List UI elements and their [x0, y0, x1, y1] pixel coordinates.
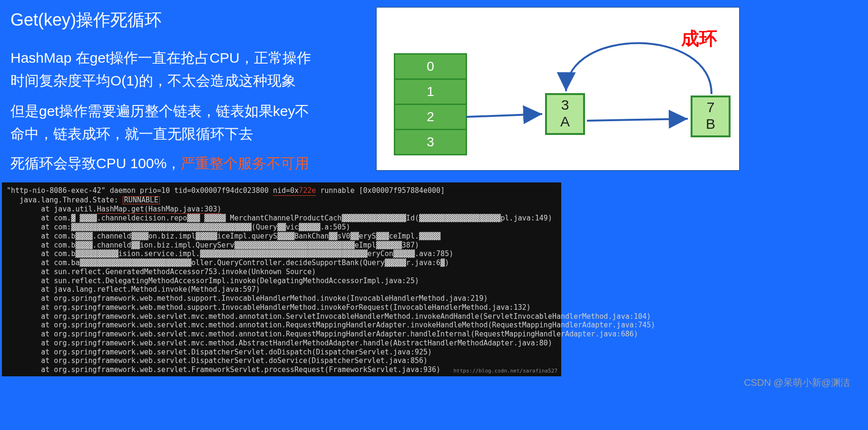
- bucket-cell: 2: [395, 104, 466, 129]
- stack-line: at org.springframework.web.method.suppor…: [7, 294, 488, 303]
- paragraph-3-prefix: 死循环会导致CPU 100%，: [10, 155, 181, 171]
- bucket-array: 0 1 2 3: [394, 53, 467, 155]
- stack-line: at com.▓ ▓▓▓▓.channeldecision.repo▓▓▓ ▓▓…: [7, 214, 552, 222]
- paragraph-2: 但是get操作需要遍历整个链表，链表如果key不命中，链表成环，就一直无限循环下…: [10, 100, 315, 145]
- bucket-cell: 3: [395, 129, 466, 154]
- node-b: 7 B: [691, 96, 731, 137]
- watermark: CSDN @呆萌小新@渊洁: [744, 376, 850, 389]
- slide-title: Get(key)操作死循环: [10, 9, 162, 32]
- stack-line: at org.springframework.web.servlet.mvc.m…: [7, 321, 655, 329]
- node-a-val: A: [560, 114, 570, 129]
- arrow-a-to-b: [587, 119, 688, 121]
- stack-line: at java.lang.reflect.Method.invoke(Metho…: [7, 285, 260, 294]
- stack-line: at com.b▓▓▓▓.channeld▓▓▓▓on.biz.impl▓▓▓▓…: [7, 232, 440, 240]
- stack-line: at org.springframework.web.servlet.Dispa…: [7, 356, 428, 365]
- stack-line: at sun.reflect.GeneratedMethodAccessor75…: [7, 268, 316, 276]
- bucket-cell: 1: [395, 78, 466, 104]
- stack-line: at java.util.: [7, 205, 97, 213]
- stack-line: at org.springframework.web.servlet.mvc.m…: [7, 339, 552, 347]
- stack-line: at org.springframework.web.servlet.mvc.m…: [7, 330, 638, 338]
- arrow-bucket-to-a: [466, 114, 542, 117]
- node-a: 3 A: [545, 93, 585, 135]
- stack-line: at org.springframework.web.servlet.Dispa…: [7, 348, 432, 356]
- nid-highlight: nid=0x722e: [273, 186, 316, 196]
- stack-line: at com.ba▓▓▓▓▓▓▓▓▓▓▓▓▓▓▓▓▓▓▓▓▓▓▓▓▓▓oller…: [7, 258, 449, 267]
- stack-line: "http-nio-8086-exec-42" daemon prio=10 t…: [7, 186, 273, 195]
- node-a-key: 3: [561, 97, 569, 113]
- stack-line: java.lang.Thread.State:: [7, 196, 123, 204]
- paragraph-1: HashMap 在get操作一直在抢占CPU，正常操作时间复杂度平均O(1)的，…: [10, 47, 315, 92]
- paragraph-3: 死循环会导致CPU 100%，严重整个服务不可用: [10, 152, 309, 175]
- diagram-card: 成环 0 1 2 3 3 A 7 B: [376, 7, 740, 171]
- hashmap-get-highlight: HashMap.get(HashMap.java:303): [97, 205, 222, 214]
- stack-line: at com.b▓▓▓▓.channeld▓▓ion.biz.impl.Quer…: [7, 241, 419, 249]
- node-b-val: B: [706, 116, 715, 132]
- stack-line: at org.springframework.web.servlet.mvc.m…: [7, 312, 651, 321]
- stack-line: at org.springframework.web.servlet.Frame…: [7, 365, 440, 374]
- stack-line: at sun.reflect.DelegatingMethodAccessorI…: [7, 277, 419, 285]
- stacktrace-terminal: "http-nio-8086-exec-42" daemon prio=10 t…: [2, 182, 561, 376]
- stack-line: at com.b▓▓▓▓▓▓▓▓▓▓ision.service.impl.▓▓▓…: [7, 249, 453, 258]
- source-url: https://blog.csdn.net/sarafina527: [453, 368, 557, 374]
- stack-line: at org.springframework.web.method.suppor…: [7, 303, 531, 312]
- bucket-cell: 0: [395, 55, 466, 78]
- loop-label: 成环: [681, 27, 717, 51]
- paragraph-3-warning: 严重整个服务不可用: [181, 155, 309, 171]
- node-b-key: 7: [707, 99, 715, 115]
- thread-state-box: RUNNABLE: [123, 196, 160, 204]
- stack-line: runnable [0x00007f957884e000]: [316, 186, 445, 195]
- stack-line: at com:▓▓▓▓▓▓▓▓▓▓▓▓▓▓▓▓▓▓▓▓▓▓▓▓▓▓▓▓▓▓▓▓▓…: [7, 223, 350, 231]
